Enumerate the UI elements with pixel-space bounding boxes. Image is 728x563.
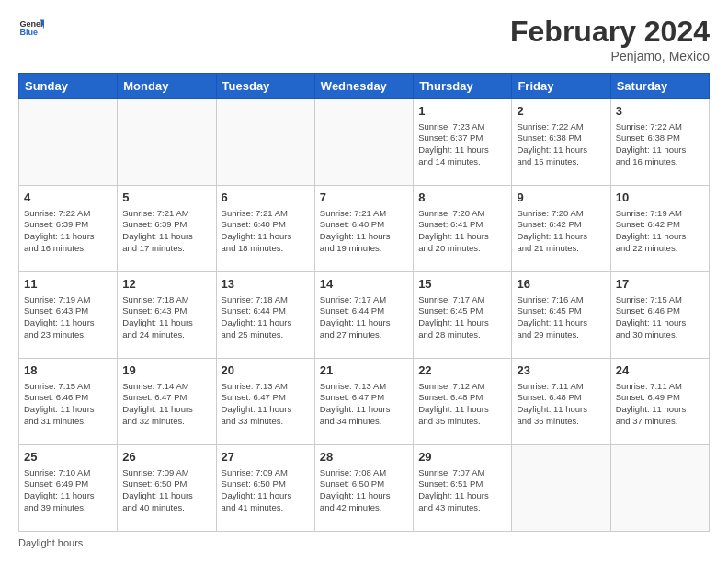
calendar-cell xyxy=(610,445,709,532)
calendar-cell: 20Sunrise: 7:13 AMSunset: 6:47 PMDayligh… xyxy=(216,359,314,445)
day-info: Sunrise: 7:20 AMSunset: 6:41 PMDaylight:… xyxy=(418,208,506,255)
main-title: February 2024 xyxy=(510,15,710,49)
day-info: Sunrise: 7:15 AMSunset: 6:46 PMDaylight:… xyxy=(616,294,704,341)
logo-icon: General Blue xyxy=(18,15,44,40)
svg-text:General: General xyxy=(19,19,44,29)
svg-text:Blue: Blue xyxy=(19,28,38,37)
day-info: Sunrise: 7:15 AMSunset: 6:46 PMDaylight:… xyxy=(24,381,112,428)
calendar-header-friday: Friday xyxy=(512,74,610,99)
calendar-cell: 10Sunrise: 7:19 AMSunset: 6:42 PMDayligh… xyxy=(610,186,709,272)
calendar-table: SundayMondayTuesdayWednesdayThursdayFrid… xyxy=(18,73,710,532)
calendar-header-saturday: Saturday xyxy=(610,74,709,99)
day-number: 5 xyxy=(122,190,210,206)
header: General Blue February 2024 Penjamo, Mexi… xyxy=(18,15,710,63)
calendar-cell: 17Sunrise: 7:15 AMSunset: 6:46 PMDayligh… xyxy=(610,272,709,359)
day-info: Sunrise: 7:19 AMSunset: 6:43 PMDaylight:… xyxy=(24,294,112,341)
day-number: 15 xyxy=(418,276,506,293)
calendar-cell: 28Sunrise: 7:08 AMSunset: 6:50 PMDayligh… xyxy=(314,445,413,532)
calendar-week-1: 1Sunrise: 7:23 AMSunset: 6:37 PMDaylight… xyxy=(19,99,710,186)
calendar-cell: 6Sunrise: 7:21 AMSunset: 6:40 PMDaylight… xyxy=(216,186,314,272)
calendar-cell: 2Sunrise: 7:22 AMSunset: 6:38 PMDaylight… xyxy=(512,99,610,186)
calendar-cell: 7Sunrise: 7:21 AMSunset: 6:40 PMDaylight… xyxy=(314,186,413,272)
day-number: 26 xyxy=(122,449,210,465)
calendar-cell xyxy=(314,99,413,186)
calendar-week-5: 25Sunrise: 7:10 AMSunset: 6:49 PMDayligh… xyxy=(19,445,710,532)
day-number: 19 xyxy=(122,362,210,379)
day-info: Sunrise: 7:12 AMSunset: 6:48 PMDaylight:… xyxy=(418,381,506,428)
day-number: 17 xyxy=(616,276,704,293)
day-number: 28 xyxy=(320,449,408,465)
calendar-cell: 9Sunrise: 7:20 AMSunset: 6:42 PMDaylight… xyxy=(512,186,610,272)
calendar-cell: 12Sunrise: 7:18 AMSunset: 6:43 PMDayligh… xyxy=(118,272,216,359)
calendar-header-wednesday: Wednesday xyxy=(314,74,413,99)
page: General Blue February 2024 Penjamo, Mexi… xyxy=(0,0,728,563)
calendar-cell: 29Sunrise: 7:07 AMSunset: 6:51 PMDayligh… xyxy=(414,445,512,532)
subtitle: Penjamo, Mexico xyxy=(510,49,710,63)
title-block: February 2024 Penjamo, Mexico xyxy=(510,15,710,63)
day-number: 16 xyxy=(517,276,605,293)
day-info: Sunrise: 7:19 AMSunset: 6:42 PMDaylight:… xyxy=(616,208,704,255)
day-number: 18 xyxy=(24,362,112,379)
day-number: 4 xyxy=(24,190,112,206)
day-number: 27 xyxy=(222,449,310,465)
calendar-header-sunday: Sunday xyxy=(19,74,118,99)
calendar-cell: 4Sunrise: 7:22 AMSunset: 6:39 PMDaylight… xyxy=(19,186,118,272)
calendar-cell: 26Sunrise: 7:09 AMSunset: 6:50 PMDayligh… xyxy=(118,445,216,532)
calendar-cell: 15Sunrise: 7:17 AMSunset: 6:45 PMDayligh… xyxy=(414,272,512,359)
calendar-cell: 13Sunrise: 7:18 AMSunset: 6:44 PMDayligh… xyxy=(216,272,314,359)
calendar-header-thursday: Thursday xyxy=(414,74,512,99)
day-info: Sunrise: 7:16 AMSunset: 6:45 PMDaylight:… xyxy=(517,294,605,341)
calendar-header-row: SundayMondayTuesdayWednesdayThursdayFrid… xyxy=(19,74,710,99)
calendar-cell: 27Sunrise: 7:09 AMSunset: 6:50 PMDayligh… xyxy=(216,445,314,532)
calendar-cell: 11Sunrise: 7:19 AMSunset: 6:43 PMDayligh… xyxy=(19,272,118,359)
day-info: Sunrise: 7:14 AMSunset: 6:47 PMDaylight:… xyxy=(122,381,210,428)
day-number: 6 xyxy=(222,190,310,206)
calendar-cell: 3Sunrise: 7:22 AMSunset: 6:38 PMDaylight… xyxy=(610,99,709,186)
calendar-cell: 16Sunrise: 7:16 AMSunset: 6:45 PMDayligh… xyxy=(512,272,610,359)
day-info: Sunrise: 7:17 AMSunset: 6:45 PMDaylight:… xyxy=(418,294,506,341)
day-number: 24 xyxy=(616,362,704,379)
day-number: 25 xyxy=(24,449,112,465)
calendar-week-4: 18Sunrise: 7:15 AMSunset: 6:46 PMDayligh… xyxy=(19,359,710,445)
calendar-cell xyxy=(512,445,610,532)
calendar-cell: 25Sunrise: 7:10 AMSunset: 6:49 PMDayligh… xyxy=(19,445,118,532)
daylight-hours-label: Daylight hours xyxy=(18,537,83,548)
calendar-cell: 19Sunrise: 7:14 AMSunset: 6:47 PMDayligh… xyxy=(118,359,216,445)
day-info: Sunrise: 7:23 AMSunset: 6:37 PMDaylight:… xyxy=(418,121,506,168)
day-info: Sunrise: 7:20 AMSunset: 6:42 PMDaylight:… xyxy=(517,208,605,255)
calendar-cell: 5Sunrise: 7:21 AMSunset: 6:39 PMDaylight… xyxy=(118,186,216,272)
day-info: Sunrise: 7:22 AMSunset: 6:38 PMDaylight:… xyxy=(616,121,704,168)
day-info: Sunrise: 7:21 AMSunset: 6:40 PMDaylight:… xyxy=(320,208,408,255)
calendar-cell: 23Sunrise: 7:11 AMSunset: 6:48 PMDayligh… xyxy=(512,359,610,445)
calendar-cell: 14Sunrise: 7:17 AMSunset: 6:44 PMDayligh… xyxy=(314,272,413,359)
calendar-header-tuesday: Tuesday xyxy=(216,74,314,99)
day-number: 12 xyxy=(122,276,210,293)
day-info: Sunrise: 7:22 AMSunset: 6:39 PMDaylight:… xyxy=(24,208,112,255)
day-info: Sunrise: 7:21 AMSunset: 6:40 PMDaylight:… xyxy=(222,208,310,255)
day-info: Sunrise: 7:11 AMSunset: 6:48 PMDaylight:… xyxy=(517,381,605,428)
day-number: 10 xyxy=(616,190,704,206)
day-number: 8 xyxy=(418,190,506,206)
day-number: 9 xyxy=(517,190,605,206)
day-info: Sunrise: 7:18 AMSunset: 6:44 PMDaylight:… xyxy=(222,294,310,341)
day-number: 20 xyxy=(222,362,310,379)
calendar-cell: 8Sunrise: 7:20 AMSunset: 6:41 PMDaylight… xyxy=(414,186,512,272)
day-info: Sunrise: 7:07 AMSunset: 6:51 PMDaylight:… xyxy=(418,467,506,514)
day-info: Sunrise: 7:09 AMSunset: 6:50 PMDaylight:… xyxy=(222,467,310,514)
day-number: 7 xyxy=(320,190,408,206)
calendar-cell xyxy=(19,99,118,186)
footer-note: Daylight hours xyxy=(18,537,710,548)
day-info: Sunrise: 7:10 AMSunset: 6:49 PMDaylight:… xyxy=(24,467,112,514)
day-info: Sunrise: 7:11 AMSunset: 6:49 PMDaylight:… xyxy=(616,381,704,428)
calendar-cell xyxy=(216,99,314,186)
calendar-cell xyxy=(118,99,216,186)
day-number: 2 xyxy=(517,103,605,120)
logo: General Blue xyxy=(18,15,44,40)
day-info: Sunrise: 7:08 AMSunset: 6:50 PMDaylight:… xyxy=(320,467,408,514)
calendar-week-3: 11Sunrise: 7:19 AMSunset: 6:43 PMDayligh… xyxy=(19,272,710,359)
calendar-cell: 24Sunrise: 7:11 AMSunset: 6:49 PMDayligh… xyxy=(610,359,709,445)
calendar-cell: 1Sunrise: 7:23 AMSunset: 6:37 PMDaylight… xyxy=(414,99,512,186)
day-number: 23 xyxy=(517,362,605,379)
calendar-cell: 18Sunrise: 7:15 AMSunset: 6:46 PMDayligh… xyxy=(19,359,118,445)
day-info: Sunrise: 7:09 AMSunset: 6:50 PMDaylight:… xyxy=(122,467,210,514)
